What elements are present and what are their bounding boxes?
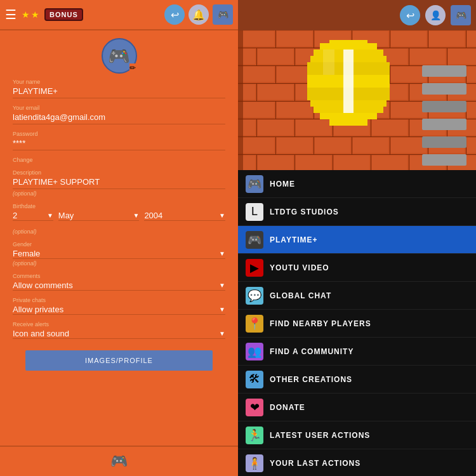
birthdate-month-field: May ▼ <box>58 211 140 221</box>
youtube-icon: ▶ <box>246 259 263 277</box>
receive-alerts-value[interactable]: Icon and sound <box>13 329 219 338</box>
name-value[interactable]: PLAYTIME+ <box>13 86 225 98</box>
comments-value[interactable]: Allow comments <box>13 281 219 290</box>
creations-icon: 🛠 <box>246 371 263 388</box>
menu-area: 🎮HOMELLTDTG STUDIOS🎮PLAYTIME+▶YOUTU VIDE… <box>238 170 476 476</box>
lastactions-label: YOUR LAST ACTIONS <box>270 459 360 468</box>
receive-alerts-field: Receive alerts Icon and sound ▼ <box>13 321 225 339</box>
description-value[interactable]: PLAYTIME+ SUPPORT <box>13 177 225 189</box>
gamepad-icon[interactable]: 🎮 <box>213 4 233 25</box>
globalchat-label: GLOBAL CHAT <box>270 291 331 300</box>
right-char-icon[interactable]: 👤 <box>425 5 446 25</box>
svg-rect-13 <box>422 65 466 77</box>
edit-pencil-icon: ✏ <box>129 63 136 72</box>
bell-icon[interactable]: 🔔 <box>188 4 209 25</box>
home-icon: 🎮 <box>246 175 263 193</box>
birthdate-year[interactable]: 2004 <box>144 211 219 220</box>
gender-label: Gender <box>13 241 225 248</box>
name-label: Your name <box>13 79 225 85</box>
menu-item-community[interactable]: 👥FIND A COMMUNITY <box>238 338 476 366</box>
receive-alerts-dropdown-arrow[interactable]: ▼ <box>219 330 225 337</box>
menu-item-nearby[interactable]: 📍FIND NEARBY PLAYERS <box>238 310 476 338</box>
menu-item-lastactions[interactable]: 🧍YOUR LAST ACTIONS <box>238 449 476 476</box>
globalchat-icon: 💬 <box>246 287 263 305</box>
gender-field: Gender Female ▼ (optional) <box>13 241 225 267</box>
email-label: Your email <box>13 105 225 111</box>
receive-alerts-label: Receive alerts <box>13 321 225 327</box>
menu-item-home[interactable]: 🎮HOME <box>238 170 476 198</box>
month-dropdown-arrow[interactable]: ▼ <box>133 212 139 219</box>
latest-label: LATEST USER ACTIONS <box>270 431 370 440</box>
header-stars: ★ ★ <box>22 10 39 20</box>
description-label: Description <box>13 169 225 176</box>
gender-value[interactable]: Female <box>13 249 219 258</box>
svg-rect-17 <box>422 136 466 148</box>
svg-rect-19 <box>238 30 243 170</box>
home-label: HOME <box>270 180 295 188</box>
brick-area <box>238 30 476 170</box>
email-value[interactable]: latiendita4ga@gmail.com <box>13 112 225 124</box>
bottom-gamepad-icon[interactable]: 🎮 <box>110 453 128 470</box>
menu-item-youtube[interactable]: ▶YOUTU VIDEO <box>238 254 476 282</box>
nearby-label: FIND NEARBY PLAYERS <box>270 319 371 328</box>
svg-rect-16 <box>422 119 466 130</box>
description-field: Description PLAYTIME+ SUPPORT (optional) <box>13 169 225 197</box>
svg-rect-35 <box>323 50 334 75</box>
svg-rect-15 <box>422 101 466 112</box>
optional1: (optional) <box>13 190 225 197</box>
share-icon[interactable]: ↩ <box>164 4 185 25</box>
private-chats-label: Private chats <box>13 297 225 303</box>
coin-container <box>304 37 393 131</box>
community-label: FIND A COMMUNITY <box>270 347 354 356</box>
private-chats-value[interactable]: Allow privates <box>13 305 219 314</box>
comments-label: Comments <box>13 273 225 279</box>
right-gamepad-icon[interactable]: 🎮 <box>451 5 471 25</box>
birthdate-day-field: 2 ▼ <box>13 211 53 221</box>
menu-item-playtime[interactable]: 🎮PLAYTIME+ <box>238 226 476 254</box>
menu-item-latest[interactable]: 🏃LATEST USER ACTIONS <box>238 421 476 449</box>
creations-label: OTHER CREATIONS <box>270 375 352 384</box>
header-logo: BONUS <box>44 8 83 21</box>
svg-rect-32 <box>320 113 377 119</box>
star1: ★ <box>22 10 30 20</box>
birthdate-field: Birthdate 2 ▼ May ▼ 2004 <box>13 203 225 235</box>
ltdtg-icon: L <box>246 203 263 221</box>
hamburger-icon[interactable]: ☰ <box>5 7 17 22</box>
password-value[interactable]: **** <box>13 138 225 150</box>
right-panel: ↩ 👤 🎮 <box>238 0 476 476</box>
right-share-icon[interactable]: ↩ <box>400 5 420 25</box>
birthdate-month[interactable]: May <box>58 211 133 220</box>
year-dropdown-arrow[interactable]: ▼ <box>219 212 225 219</box>
lastactions-icon: 🧍 <box>246 454 263 472</box>
optional2: (optional) <box>13 228 225 235</box>
password-field: Password **** <box>13 131 225 150</box>
birthdate-row: 2 ▼ May ▼ 2004 ▼ <box>13 211 225 227</box>
playtime-icon: 🎮 <box>246 231 263 249</box>
profile-section: 🎮 ✏ <box>0 30 238 79</box>
nearby-icon: 📍 <box>246 315 263 333</box>
comments-dropdown-arrow[interactable]: ▼ <box>219 282 225 289</box>
menu-item-donate[interactable]: ❤DONATE <box>238 393 476 421</box>
left-panel: ☰ ★ ★ BONUS ↩ 🔔 🎮 🎮 ✏ Your name PLAYTIME… <box>0 0 238 476</box>
donate-icon: ❤ <box>246 399 263 416</box>
svg-rect-33 <box>329 119 367 126</box>
menu-item-creations[interactable]: 🛠OTHER CREATIONS <box>238 366 476 393</box>
star2: ★ <box>31 10 39 20</box>
change-label[interactable]: Change <box>13 157 225 163</box>
birthdate-day[interactable]: 2 <box>13 211 47 220</box>
svg-rect-34 <box>343 50 354 113</box>
private-chats-field: Private chats Allow privates ▼ <box>13 297 225 315</box>
form-area: Your name PLAYTIME+ Your email latiendit… <box>0 79 238 446</box>
avatar[interactable]: 🎮 ✏ <box>102 38 137 74</box>
private-chats-dropdown-arrow[interactable]: ▼ <box>219 306 225 313</box>
menu-item-ltdtg[interactable]: LLTDTG STUDIOS <box>238 198 476 226</box>
optional3: (optional) <box>13 260 225 267</box>
gender-dropdown-arrow[interactable]: ▼ <box>219 250 225 257</box>
day-dropdown-arrow[interactable]: ▼ <box>47 212 53 219</box>
menu-item-globalchat[interactable]: 💬GLOBAL CHAT <box>238 282 476 310</box>
name-field: Your name PLAYTIME+ <box>13 79 225 98</box>
birthdate-year-field: 2004 ▼ <box>144 211 225 221</box>
images-profile-button[interactable]: IMAGES/PROFILE <box>25 350 213 371</box>
donate-label: DONATE <box>270 403 305 412</box>
right-header: ↩ 👤 🎮 <box>238 0 476 30</box>
